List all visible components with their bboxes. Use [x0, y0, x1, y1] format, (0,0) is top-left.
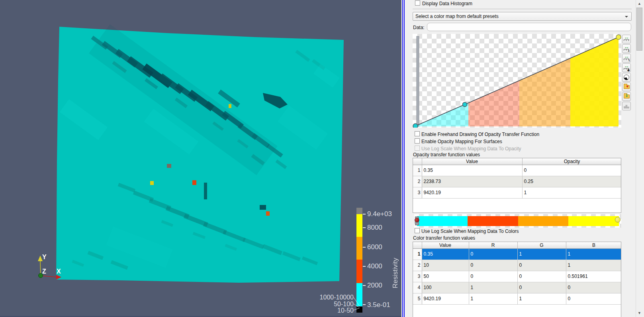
colorbar-tick-label: 3.5e-01 — [367, 301, 390, 309]
opacity-function-editor[interactable] — [413, 34, 621, 128]
cell-b[interactable]: 0.501961 — [566, 271, 621, 282]
colorbar-segment-orange — [356, 237, 362, 260]
rescale-to-temporal-range-button[interactable]: ↔t — [622, 54, 631, 63]
save-preset-button[interactable]: ⇩ — [622, 92, 631, 101]
opacity-table-header-opacity[interactable]: Opacity — [522, 158, 621, 165]
colorbar-tick-label: 8000 — [367, 224, 382, 232]
color-transfer-table: Value R G B 1 0.35 0 1 1 2 10 0 0 1 3 — [413, 242, 621, 317]
table-row[interactable]: 3 9420.19 1 — [413, 187, 621, 198]
choose-preset-button[interactable]: ♥ — [622, 83, 631, 91]
rescale-to-visible-range-icon: ↔ — [622, 64, 630, 68]
display-data-histogram-label: Display Data Histogram — [422, 1, 472, 6]
histogram-options-button[interactable] — [622, 102, 631, 110]
opacity-mapping-surfaces-label: Enable Opacity Mapping For Surfaces — [421, 139, 502, 144]
cell-value[interactable]: 0.35 — [422, 248, 469, 260]
cell-b[interactable]: 0 — [566, 282, 621, 293]
log-scale-colors-label: Use Log Scale When Mapping Data To Color… — [421, 228, 519, 234]
cell-value[interactable]: 9420.19 — [422, 187, 522, 198]
cell-value[interactable]: 0.35 — [422, 165, 522, 176]
table-row[interactable]: 2 2238.73 0.25 — [413, 176, 621, 187]
data-field-label: Data: — [413, 25, 425, 30]
scrollbar-thumb[interactable] — [636, 8, 642, 51]
rescale-to-custom-range-button[interactable]: ↔c — [622, 44, 631, 53]
cell-r[interactable]: 0 — [469, 271, 517, 282]
cell-r[interactable]: 1 — [469, 293, 517, 304]
scroll-up-button[interactable]: ▲ — [636, 0, 643, 7]
log-scale-opacity-label: Use Log Scale When Mapping Data To Opaci… — [421, 146, 521, 152]
colorbar-annotation: 10-50 — [302, 307, 354, 314]
axis-label-x: X — [57, 268, 61, 275]
color-map-editor-panel: Display Data Histogram Select a color ma… — [405, 0, 635, 317]
cell-g[interactable]: 0 — [517, 271, 566, 282]
color-transfer-strip[interactable] — [417, 216, 619, 226]
opacity-control-point — [616, 35, 621, 39]
cell-b[interactable]: 1 — [566, 260, 621, 271]
freehand-drawing-label: Enable Freehand Drawing Of Opacity Trans… — [421, 132, 539, 137]
cell-r[interactable]: 0 — [469, 260, 517, 271]
table-row[interactable]: 1 0.35 0 — [413, 165, 621, 176]
color-table-title: Color transfer function values — [413, 235, 475, 241]
color-control-point[interactable] — [615, 217, 621, 222]
color-table-header-b[interactable]: B — [566, 242, 621, 248]
color-control-point[interactable] — [415, 218, 419, 222]
log-scale-colors-checkbox[interactable] — [415, 228, 420, 233]
cell-opacity[interactable]: 1 — [522, 187, 621, 198]
rescale-to-data-range-button[interactable]: ↔ — [622, 35, 631, 43]
opacity-control-point — [463, 102, 467, 107]
cell-g[interactable]: 0 — [517, 260, 566, 271]
rescale-to-custom-range-icon: ↔ — [622, 45, 630, 49]
color-table-header-r[interactable]: R — [469, 242, 517, 248]
panel-splitter[interactable] — [401, 0, 405, 317]
colorbar-tick-label: 4000 — [367, 262, 382, 270]
cell-r[interactable]: 0 — [469, 248, 517, 260]
table-row[interactable]: 3 50 0 0 0.501961 — [413, 271, 621, 282]
cell-value[interactable]: 10 — [422, 260, 469, 271]
cell-r[interactable]: 1 — [469, 282, 517, 293]
table-row-selected[interactable]: 1 0.35 0 1 1 — [413, 248, 621, 260]
table-row[interactable]: 2 10 0 0 1 — [413, 260, 621, 271]
invert-transfer-function-icon — [624, 75, 629, 80]
cell-value[interactable]: 9420.19 — [422, 293, 469, 304]
opacity-mapping-surfaces-checkbox[interactable] — [415, 138, 420, 144]
opacity-table-title: Opacity transfer function values — [413, 152, 480, 158]
cell-opacity[interactable]: 0.25 — [522, 176, 621, 187]
separator — [413, 9, 632, 9]
cell-opacity[interactable]: 0 — [522, 165, 621, 176]
data-point-marker — [150, 181, 154, 185]
cell-g[interactable]: 1 — [517, 293, 566, 304]
rescale-to-visible-range-button[interactable]: ↔◉ — [622, 63, 631, 72]
cell-value[interactable]: 2238.73 — [422, 176, 522, 187]
save-preset-icon: ⇩ — [624, 95, 630, 98]
axis-label-z: Z — [42, 268, 46, 275]
load-preset-icon: ♥ — [624, 85, 630, 89]
colorbar-title: Resistivity — [391, 246, 399, 300]
histogram-options-icon — [624, 104, 629, 108]
data-input[interactable] — [427, 23, 631, 31]
colorbar-segment-yellow — [356, 214, 362, 237]
colorbar-tick-label: 2000 — [367, 282, 382, 289]
freehand-drawing-checkbox[interactable] — [415, 131, 420, 136]
invert-transfer-function-button[interactable] — [622, 73, 631, 82]
color-table-header-value[interactable]: Value — [422, 242, 469, 248]
orientation-axes: Y Z X — [32, 248, 68, 282]
display-data-histogram-checkbox[interactable] — [415, 0, 420, 6]
cell-b[interactable]: 0 — [566, 293, 621, 304]
table-row[interactable]: 4 100 1 0 0 — [413, 282, 621, 293]
scroll-down-button[interactable]: ▼ — [636, 310, 643, 317]
cell-b[interactable]: 1 — [566, 248, 621, 260]
axis-label-y: Y — [42, 254, 47, 260]
colorbar-segment-orangered — [356, 260, 362, 283]
cell-value[interactable]: 50 — [422, 271, 469, 282]
colorbar-tick-label: 9.4e+03 — [367, 210, 392, 218]
opacity-table-header-value[interactable]: Value — [422, 158, 522, 165]
colorbar-above-range-segment — [356, 208, 362, 214]
preset-combobox[interactable]: Select a color map from default presets — [413, 12, 632, 21]
cell-g[interactable]: 1 — [517, 248, 566, 260]
color-table-header-g[interactable]: G — [517, 242, 566, 248]
table-row[interactable]: 5 9420.19 1 1 0 — [413, 293, 621, 304]
data-point-marker — [266, 211, 270, 216]
render-viewport[interactable]: Y Z X 9.4e+03 8000 6000 4000 2000 3.5e-0… — [0, 0, 401, 317]
cell-g[interactable]: 0 — [517, 282, 566, 293]
cell-value[interactable]: 100 — [422, 282, 469, 293]
data-point-marker — [192, 180, 196, 185]
